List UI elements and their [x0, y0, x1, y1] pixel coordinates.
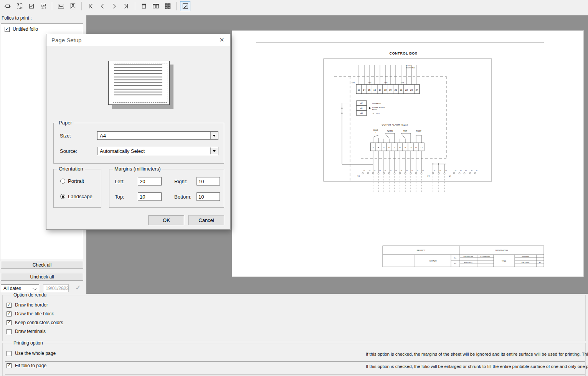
first-page-button[interactable] [85, 1, 96, 11]
terminal-number: 07 [395, 170, 397, 172]
draw-border-option[interactable]: Draw the border [7, 302, 48, 308]
draw-terminals-checkbox[interactable] [7, 329, 12, 334]
portrait-option[interactable]: Portrait [60, 178, 84, 184]
margin-top-input[interactable] [138, 192, 162, 201]
terminal-label: 11 [415, 146, 418, 149]
terminal-label: 13 [358, 89, 360, 91]
terminal-label: 23 [410, 89, 413, 91]
relay-group-label: TRIP [403, 130, 407, 132]
portrait-radio[interactable] [60, 179, 65, 184]
power-label: UNIVERSAL [372, 103, 382, 104]
fit-width-button[interactable] [2, 1, 13, 11]
terminal-label: 17 [379, 89, 382, 91]
terminal-number: 62 [465, 170, 467, 172]
dialog-title: Page Setup [51, 37, 81, 43]
portrait-image-button[interactable] [68, 1, 78, 11]
cancel-button[interactable]: Cancel [188, 215, 224, 225]
preview-greeked-text [114, 88, 162, 97]
terminal-number: 70 [471, 170, 472, 172]
close-icon[interactable] [218, 36, 225, 43]
use-whole-page-option[interactable]: Use the whole page [7, 351, 56, 356]
margin-bottom-input[interactable] [197, 192, 220, 201]
margin-right-input[interactable] [197, 177, 220, 186]
fit-width-icon [4, 2, 12, 10]
thumbnails-view-button[interactable] [162, 1, 173, 11]
margin-top-label: Top: [115, 194, 124, 200]
draw-border-checkbox[interactable] [7, 303, 12, 308]
fit-folio-option[interactable]: Fit folio to page [7, 363, 46, 368]
orientation-group: Orientation Portrait Landscape [53, 169, 101, 208]
terminal-number: 40 [434, 170, 435, 172]
dialog-titlebar[interactable]: Page Setup [46, 34, 230, 46]
schematic-title: CONTROL BOX [390, 51, 418, 55]
facing-pages-view-button[interactable] [150, 1, 161, 11]
paper-size-select[interactable]: A4 [97, 131, 218, 140]
facing-pages-view-icon [152, 2, 160, 10]
keep-conductors-colors-checkbox[interactable] [7, 320, 12, 325]
next-page-button[interactable] [109, 1, 119, 11]
terminal-number: 01 [363, 170, 365, 172]
titleblock-project-code: Project code (#) [464, 262, 472, 263]
paper-size-value: A4 [100, 133, 106, 139]
date-filter-select[interactable]: All dates [1, 284, 39, 292]
fit-folio-checkbox[interactable] [7, 363, 12, 368]
preview-margin-outline [113, 63, 167, 103]
zoom-out-area-button[interactable] [38, 1, 48, 11]
previous-page-button[interactable] [97, 1, 107, 11]
landscape-option[interactable]: Landscape [60, 194, 92, 199]
edit-page-button[interactable] [180, 1, 190, 11]
zoom-in-area-button[interactable] [26, 1, 36, 11]
landscape-image-icon [57, 2, 65, 10]
channel-label: CH3 [384, 82, 388, 84]
terminal-number: 60 [455, 170, 456, 172]
paper-source-value: Automatically Select [100, 148, 145, 154]
orientation-legend: Orientation [57, 166, 85, 172]
use-whole-page-description: If this option is checked, the margins o… [366, 352, 588, 356]
uncheck-all-button[interactable]: Uncheck all [1, 273, 83, 281]
draw-title-block-option[interactable]: Draw the title block [7, 311, 54, 316]
terminal-number: 04 [379, 170, 381, 172]
terminal-number: 71 [476, 170, 477, 172]
terminal-number: 08 [401, 170, 402, 172]
terminal-number: 42 [445, 170, 447, 172]
ok-button[interactable]: OK [149, 215, 184, 225]
dropdown-arrow-button[interactable] [210, 147, 218, 154]
landscape-label: Landscape [68, 194, 92, 199]
landscape-radio[interactable] [60, 194, 65, 199]
paper-group: Paper Size: A4 Source: Automatically Sel… [53, 123, 224, 164]
margin-left-input[interactable] [138, 177, 162, 186]
folio-checkbox[interactable] [5, 27, 10, 32]
dropdown-arrow-button[interactable] [210, 132, 218, 139]
schematic-drawing: CONTROL BOX PT 100 ADDITIONAL CH1 [232, 31, 583, 277]
divider [5, 374, 585, 374]
use-whole-page-checkbox[interactable] [7, 351, 12, 356]
relay-group-label: 1 [375, 132, 377, 134]
single-page-view-button[interactable] [139, 1, 149, 11]
apply-date-check-icon[interactable] [75, 283, 84, 292]
titleblock-sheet-number: Sheet Number [522, 256, 529, 257]
terminal-number: 02 [369, 170, 370, 172]
terminal-label: 21 [400, 89, 403, 91]
terminal-label: 19 [389, 89, 392, 91]
titleblock-designation: DESIGNATION [496, 250, 508, 252]
draw-terminals-option[interactable]: Draw terminals [7, 329, 46, 334]
folio-list-item[interactable]: Untitled folio [1, 24, 83, 32]
terminal-number: 09 [406, 170, 408, 172]
titleblock-date-label: Date [454, 257, 457, 259]
landscape-image-button[interactable] [56, 1, 66, 11]
fit-selection-button[interactable] [14, 1, 25, 11]
power-box-label: 41 [360, 107, 363, 109]
keep-conductors-colors-option[interactable]: Keep conductors colors [7, 320, 63, 325]
preview-greeked-text [114, 64, 162, 75]
check-all-button[interactable]: Check all [1, 261, 83, 269]
titleblock-rev: Rev [539, 262, 541, 263]
last-page-button[interactable] [121, 1, 131, 11]
date-picker[interactable]: 19/01/2023 [43, 284, 69, 292]
relay-group-label: FANS [373, 129, 378, 131]
toolbar-separator [81, 2, 82, 10]
terminal-label: 20 [395, 89, 397, 91]
paper-source-select[interactable]: Automatically Select [97, 147, 218, 155]
terminal-number: 06 [390, 170, 391, 172]
toolbar [0, 0, 588, 12]
draw-title-block-checkbox[interactable] [7, 311, 12, 316]
